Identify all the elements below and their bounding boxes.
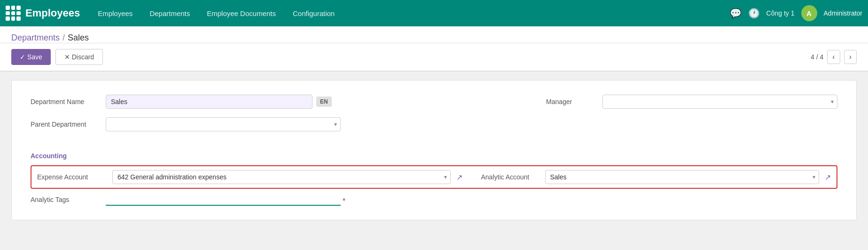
main-menu: Employees Departments Employee Documents… — [89, 0, 729, 26]
analytic-tags-arrow: ▾ — [343, 196, 345, 203]
next-record-button[interactable]: › — [844, 50, 857, 64]
parent-department-label: Parent Department — [31, 121, 106, 128]
prev-record-button[interactable]: ‹ — [827, 50, 840, 64]
nav-departments[interactable]: Departments — [141, 0, 198, 26]
analytic-account-external-link-icon[interactable]: ↗ — [825, 173, 831, 182]
lang-badge: EN — [316, 97, 332, 107]
apps-menu-icon[interactable] — [6, 6, 21, 21]
pagination-label: 4 / 4 — [811, 53, 823, 61]
expense-analytic-row: Expense Account 642 General administrati… — [31, 165, 837, 189]
form-container: Department Name EN Manager ▾ Parent Depa… — [11, 80, 857, 220]
expense-account-label: Expense Account — [37, 173, 112, 181]
admin-label[interactable]: Administrator — [824, 9, 862, 17]
discard-button[interactable]: ✕ Discard — [55, 49, 103, 65]
analytic-account-section: Analytic Account Sales ▾ ↗ — [481, 170, 831, 184]
parent-department-field: ▾ — [106, 117, 341, 131]
company-name: Công ty 1 — [766, 9, 795, 17]
manager-select[interactable] — [602, 95, 837, 109]
accounting-section-title: Accounting — [31, 152, 837, 160]
department-name-input[interactable] — [106, 95, 313, 109]
chat-icon[interactable]: 💬 — [730, 8, 742, 19]
analytic-tags-input[interactable] — [106, 194, 341, 206]
parent-department-select[interactable] — [106, 117, 341, 131]
expense-account-select-wrapper: 642 General administration expenses ▾ — [112, 170, 451, 184]
toolbar-actions: ✓ Save ✕ Discard — [11, 49, 103, 65]
expense-account-field: 642 General administration expenses ▾ ↗ — [112, 170, 462, 184]
nav-employee-documents[interactable]: Employee Documents — [198, 0, 284, 26]
analytic-tags-label: Analytic Tags — [31, 196, 106, 203]
analytic-account-label: Analytic Account — [481, 173, 542, 181]
avatar[interactable]: A — [801, 5, 817, 21]
department-name-row: Department Name EN Manager ▾ — [31, 95, 837, 109]
manager-field: ▾ — [602, 95, 837, 109]
top-navigation: Employees Employees Departments Employee… — [0, 0, 868, 26]
analytic-account-select[interactable]: Sales — [545, 170, 820, 184]
breadcrumb-separator: / — [63, 33, 65, 43]
department-name-field: EN — [106, 95, 518, 109]
breadcrumb: Departments / Sales — [0, 26, 868, 43]
expense-account-select[interactable]: 642 General administration expenses — [112, 170, 451, 184]
toolbar: ✓ Save ✕ Discard 4 / 4 ‹ › — [0, 43, 868, 71]
breadcrumb-parent-link[interactable]: Departments — [11, 33, 60, 43]
save-button[interactable]: ✓ Save — [11, 49, 51, 65]
app-brand: Employees — [25, 7, 80, 19]
expense-account-external-link-icon[interactable]: ↗ — [456, 173, 462, 182]
nav-configuration[interactable]: Configuration — [284, 0, 343, 26]
breadcrumb-current: Sales — [68, 33, 89, 43]
toolbar-pagination: 4 / 4 ‹ › — [811, 50, 857, 64]
parent-department-row: Parent Department ▾ — [31, 117, 837, 131]
analytic-tags-row: Analytic Tags ▾ — [31, 194, 837, 206]
nav-employees[interactable]: Employees — [89, 0, 141, 26]
department-name-label: Department Name — [31, 98, 106, 105]
analytic-account-select-wrapper: Sales ▾ — [545, 170, 820, 184]
topbar-right: 💬 🕐 Công ty 1 A Administrator — [730, 5, 862, 21]
manager-label: Manager — [546, 98, 602, 105]
clock-icon[interactable]: 🕐 — [748, 8, 760, 19]
